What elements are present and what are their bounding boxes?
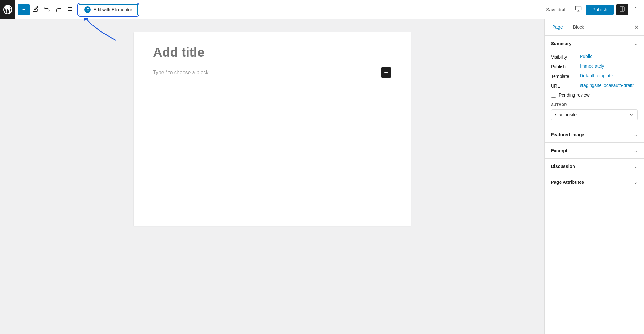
save-draft-button[interactable]: Save draft [542, 5, 571, 14]
elementor-btn-label: Edit with Elementor [93, 7, 132, 12]
close-icon: ✕ [634, 24, 639, 31]
excerpt-section-header[interactable]: Excerpt ⌄ [545, 143, 644, 158]
redo-icon [56, 6, 62, 13]
tab-block[interactable]: Block [571, 19, 587, 35]
summary-title: Summary [551, 41, 572, 46]
featured-image-label: Featured image [551, 132, 584, 137]
pending-review-label: Pending review [559, 93, 590, 98]
svg-rect-7 [620, 7, 624, 11]
close-sidebar-button[interactable]: ✕ [634, 24, 639, 31]
editor-area: Type / to choose a block + [0, 19, 544, 334]
author-label: AUTHOR [551, 103, 638, 107]
publish-button[interactable]: Publish [586, 5, 614, 15]
summary-section-header[interactable]: Summary ⌃ [545, 36, 644, 51]
author-select[interactable]: stagingsite [551, 109, 638, 120]
plus-icon: + [22, 7, 26, 13]
summary-content: Visibility Public Publish Immediately Te… [545, 51, 644, 127]
featured-image-section-header[interactable]: Featured image ⌄ [545, 127, 644, 142]
plus-block-icon: + [384, 69, 388, 76]
summary-section: Summary ⌃ Visibility Public Publish Imme… [545, 36, 644, 127]
document-overview-button[interactable] [64, 4, 76, 15]
add-block-toolbar-button[interactable]: + [18, 4, 30, 15]
discussion-label: Discussion [551, 164, 575, 169]
page-attributes-label: Page Attributes [551, 180, 584, 185]
elementor-icon: E [84, 6, 91, 13]
chevron-down-icon-featured: ⌄ [634, 132, 638, 137]
excerpt-section: Excerpt ⌄ [545, 143, 644, 159]
visibility-row: Visibility Public [551, 54, 638, 60]
excerpt-label: Excerpt [551, 148, 567, 153]
tab-page[interactable]: Page [550, 19, 565, 35]
sidebar-tabs: Page Block ✕ [545, 19, 644, 36]
chevron-up-icon: ⌃ [634, 41, 638, 46]
undo-button[interactable] [41, 4, 53, 15]
template-label: Template [551, 73, 580, 79]
post-title-input[interactable] [153, 45, 391, 60]
edit-tool-button[interactable] [30, 4, 41, 15]
visibility-label: Visibility [551, 54, 580, 60]
url-label: URL [551, 83, 580, 89]
main-layout: Type / to choose a block + Page Block ✕ … [0, 19, 644, 334]
sidebar-icon [619, 6, 625, 13]
more-options-button[interactable]: ⋮ [630, 4, 640, 15]
monitor-icon [575, 5, 582, 14]
editor-content: Type / to choose a block + [134, 32, 411, 226]
publish-value[interactable]: Immediately [580, 64, 604, 69]
visibility-value[interactable]: Public [580, 54, 592, 59]
ellipsis-icon: ⋮ [632, 6, 638, 13]
svg-rect-4 [576, 6, 581, 10]
template-value[interactable]: Default template [580, 73, 613, 78]
add-block-button[interactable]: + [381, 67, 391, 78]
publish-row: Publish Immediately [551, 64, 638, 69]
pending-review-row: Pending review [551, 93, 638, 98]
block-placeholder-text: Type / to choose a block [153, 70, 377, 75]
toolbar-right: Save draft Publish ⋮ [542, 4, 640, 15]
featured-image-section: Featured image ⌄ [545, 127, 644, 143]
pencil-icon [33, 6, 38, 13]
url-row: URL stagingsite.local/auto-draft/ [551, 83, 638, 89]
author-section: AUTHOR stagingsite [551, 103, 638, 120]
undo-icon [44, 6, 50, 13]
page-attributes-section: Page Attributes ⌄ [545, 174, 644, 190]
redo-button[interactable] [53, 4, 64, 15]
url-value[interactable]: stagingsite.local/auto-draft/ [580, 83, 634, 88]
discussion-section-header[interactable]: Discussion ⌄ [545, 159, 644, 174]
chevron-down-icon-excerpt: ⌄ [634, 148, 638, 153]
pending-review-checkbox[interactable] [551, 93, 556, 98]
discussion-section: Discussion ⌄ [545, 159, 644, 174]
page-attributes-section-header[interactable]: Page Attributes ⌄ [545, 174, 644, 190]
chevron-down-icon-discussion: ⌄ [634, 164, 638, 169]
edit-with-elementor-button[interactable]: E Edit with Elementor [79, 4, 138, 15]
preview-button[interactable] [573, 4, 583, 15]
block-area: Type / to choose a block + [153, 67, 391, 78]
sidebar-toggle-button[interactable] [616, 4, 628, 15]
wordpress-logo[interactable] [0, 0, 15, 19]
template-row: Template Default template [551, 73, 638, 79]
publish-label: Publish [551, 64, 580, 69]
chevron-down-icon-attributes: ⌄ [634, 180, 638, 185]
toolbar: + E Edit with Eleme [0, 0, 644, 19]
list-view-icon [67, 6, 73, 13]
sidebar-panel: Page Block ✕ Summary ⌃ Visibility Public… [544, 19, 644, 334]
